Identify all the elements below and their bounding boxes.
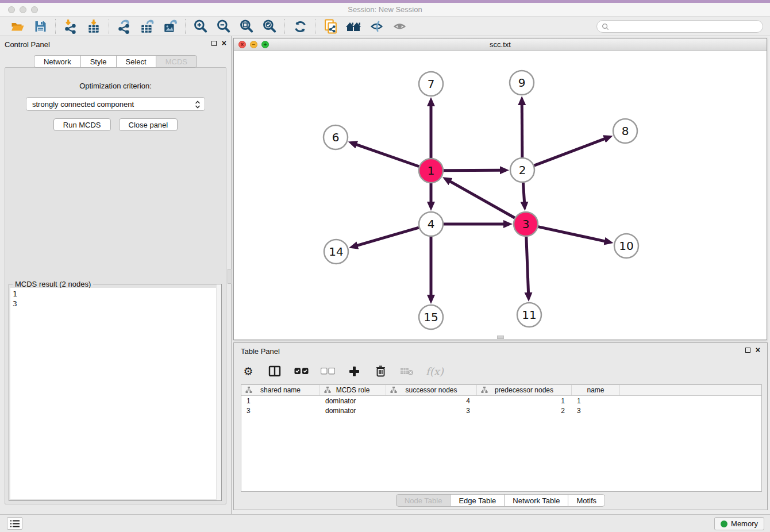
home-button[interactable]	[342, 18, 365, 35]
table-row[interactable]: 1dominator411	[241, 396, 761, 406]
select-all-columns-button[interactable]	[294, 363, 309, 380]
tab-network[interactable]: Network	[34, 55, 80, 68]
import-network-button[interactable]	[59, 18, 82, 35]
close-panel-button[interactable]: Close panel	[119, 118, 178, 131]
column-header-predecessor-nodes[interactable]: predecessor nodes	[477, 385, 572, 395]
memory-status-dot	[721, 521, 727, 527]
graph-edge-1-2[interactable]	[444, 170, 501, 171]
column-header-shared-name[interactable]: shared name	[241, 385, 320, 395]
open-session-button[interactable]	[6, 18, 29, 35]
column-header-MCDS-role[interactable]: MCDS role	[320, 385, 386, 395]
table-tabs: Node Table Edge Table Network Table Moti…	[234, 494, 767, 507]
graph-node-1[interactable]: 1	[419, 159, 443, 183]
deselect-all-columns-button[interactable]	[320, 363, 335, 380]
graph-node-6[interactable]: 6	[324, 125, 348, 149]
graph-node-9[interactable]: 9	[510, 71, 534, 95]
toggle-columns-button[interactable]	[267, 363, 282, 380]
memory-label: Memory	[731, 519, 758, 528]
import-table-button[interactable]	[82, 18, 105, 35]
graph-edge-1-6[interactable]	[356, 144, 419, 167]
graph-edge-3-1[interactable]	[449, 181, 515, 218]
zoom-in-button[interactable]	[189, 18, 212, 35]
graph-edge-3-11[interactable]	[526, 237, 529, 294]
export-table-icon	[140, 19, 155, 34]
memory-button[interactable]: Memory	[714, 517, 764, 530]
mcds-result-text[interactable]: 1 3	[10, 288, 220, 499]
network-window: × − + scc.txt 7968124314101511	[233, 38, 767, 340]
checked-boxes-icon	[294, 368, 309, 375]
delete-table-button[interactable]	[399, 363, 414, 380]
search-field[interactable]	[596, 20, 763, 33]
tab-mcds[interactable]: MCDS	[156, 55, 197, 68]
export-table-button[interactable]	[136, 18, 159, 35]
control-panel-header: Control Panel ×	[0, 36, 231, 52]
clone-network-button[interactable]	[319, 18, 342, 35]
table-cell[interactable]: 2	[477, 406, 572, 415]
graph-edge-3-10[interactable]	[538, 227, 605, 241]
table-cell[interactable]: 4	[386, 396, 477, 406]
graph-edge-2-3[interactable]	[523, 183, 524, 203]
float-panel-icon[interactable]	[211, 41, 217, 46]
graph-edge-4-14[interactable]	[357, 228, 419, 246]
column-header-successor-nodes[interactable]: successor nodes	[386, 385, 477, 395]
table-cell[interactable]: dominator	[320, 406, 386, 415]
zoom-out-button[interactable]	[212, 18, 235, 35]
graph-edge-2-9[interactable]	[522, 104, 522, 157]
graph-edge-2-8[interactable]	[534, 138, 606, 165]
close-table-panel-icon[interactable]: ×	[756, 347, 760, 353]
search-input[interactable]	[612, 22, 758, 30]
table-cell[interactable]: 1	[241, 396, 320, 406]
save-session-button[interactable]	[29, 18, 52, 35]
table-cell[interactable]: dominator	[320, 396, 386, 406]
export-network-button[interactable]	[113, 18, 136, 35]
table-cell[interactable]: 1	[477, 396, 572, 406]
result-scrollbar[interactable]	[216, 284, 221, 500]
svg-text:3: 3	[522, 217, 530, 231]
graph-node-3[interactable]: 3	[514, 212, 538, 236]
column-header-name[interactable]: name	[572, 385, 620, 395]
titlebar: Session: New Session	[0, 3, 770, 17]
hide-panel-button[interactable]	[365, 18, 388, 35]
svg-text:1: 1	[428, 164, 435, 178]
run-mcds-button[interactable]: Run MCDS	[53, 118, 111, 131]
tab-node-table[interactable]: Node Table	[396, 494, 451, 507]
graph-node-14[interactable]: 14	[324, 240, 348, 264]
table-row[interactable]: 3dominator323	[241, 406, 761, 415]
graph-node-10[interactable]: 10	[614, 234, 638, 258]
close-panel-icon[interactable]: ×	[222, 40, 226, 47]
tab-motifs[interactable]: Motifs	[568, 494, 605, 507]
clone-network-icon	[323, 18, 338, 34]
criterion-dropdown[interactable]: strongly connected component	[26, 97, 205, 111]
graph-node-2[interactable]: 2	[510, 158, 534, 182]
table-cell[interactable]: 1	[572, 396, 620, 406]
graph-node-15[interactable]: 15	[419, 305, 443, 329]
zoom-fit-button[interactable]	[235, 18, 258, 35]
table-cell[interactable]: 3	[241, 406, 320, 415]
network-window-titlebar[interactable]: × − + scc.txt	[234, 38, 767, 51]
task-history-button[interactable]	[7, 517, 22, 530]
network-graph[interactable]: 7968124314101511	[234, 51, 767, 340]
tab-style[interactable]: Style	[80, 55, 116, 68]
network-resize-handle[interactable]	[497, 336, 504, 339]
show-panel-button[interactable]	[388, 18, 411, 35]
table-settings-button[interactable]: ⚙	[241, 363, 256, 380]
float-table-panel-icon[interactable]	[745, 348, 750, 353]
svg-text:11: 11	[522, 308, 536, 322]
zoom-selected-button[interactable]	[258, 18, 281, 35]
add-column-button[interactable]	[346, 363, 361, 380]
status-bar: Memory	[0, 514, 770, 532]
graph-node-11[interactable]: 11	[517, 303, 541, 327]
function-builder-button[interactable]: f(x)	[426, 363, 444, 380]
tab-edge-table[interactable]: Edge Table	[450, 494, 504, 507]
tab-select[interactable]: Select	[116, 55, 156, 68]
graph-node-4[interactable]: 4	[419, 212, 443, 236]
apply-layout-button[interactable]	[288, 18, 311, 35]
vertical-splitter-handle[interactable]	[228, 269, 232, 284]
graph-node-7[interactable]: 7	[419, 72, 443, 96]
tab-network-table[interactable]: Network Table	[504, 494, 568, 507]
export-image-button[interactable]	[159, 18, 182, 35]
table-cell[interactable]: 3	[386, 406, 477, 415]
table-cell[interactable]: 3	[572, 406, 620, 415]
graph-node-8[interactable]: 8	[613, 119, 637, 143]
delete-column-button[interactable]	[373, 363, 388, 380]
